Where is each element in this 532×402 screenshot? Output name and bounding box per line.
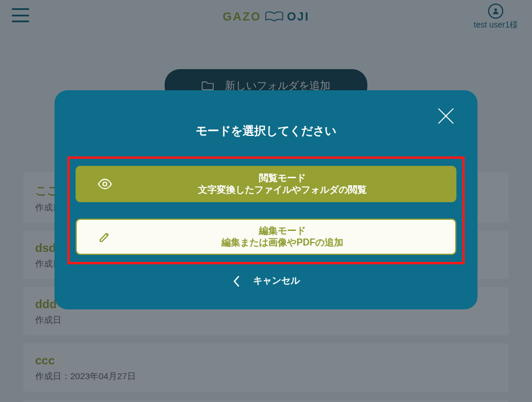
mode-view-button[interactable]: 閲覧モード 文字変換したファイルやフォルダの閲覧 (76, 166, 456, 202)
cancel-label: キャンセル (253, 275, 300, 287)
pencil-icon (88, 230, 121, 244)
modal-overlay: モードを選択してください 閲覧モード 文字変換したファイルやフォルダの閲覧 (0, 0, 532, 402)
close-button[interactable] (434, 104, 458, 128)
mode-select-modal: モードを選択してください 閲覧モード 文字変換したファイルやフォルダの閲覧 (54, 90, 478, 309)
mode-view-line1: 閲覧モード (121, 172, 444, 184)
svg-point-2 (103, 182, 107, 186)
mode-edit-text: 編集モード 編集または画像やPDFの追加 (121, 225, 444, 248)
mode-edit-button[interactable]: 編集モード 編集または画像やPDFの追加 (76, 219, 456, 255)
cancel-button[interactable]: キャンセル (71, 275, 461, 287)
chevron-left-icon (232, 275, 240, 287)
mode-edit-line1: 編集モード (121, 225, 444, 237)
mode-view-line2: 文字変換したファイルやフォルダの閲覧 (121, 184, 444, 196)
eye-icon (88, 178, 121, 190)
close-icon (436, 106, 456, 126)
highlight-annotation: 閲覧モード 文字変換したファイルやフォルダの閲覧 編集モード 編集または画像やP… (67, 156, 465, 264)
modal-title: モードを選択してください (71, 123, 461, 139)
mode-edit-line2: 編集または画像やPDFの追加 (121, 237, 444, 248)
mode-view-text: 閲覧モード 文字変換したファイルやフォルダの閲覧 (121, 172, 444, 196)
